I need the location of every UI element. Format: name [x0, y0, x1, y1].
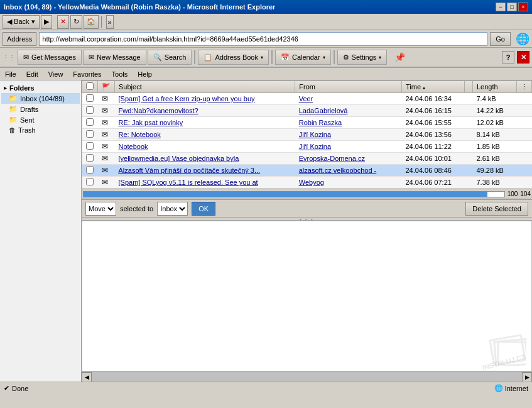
subject-link[interactable]: [Spam] Get a free Kern zip-up when you b…: [119, 95, 255, 102]
row-checkbox[interactable]: [86, 154, 94, 162]
subject-link[interactable]: [Spam] SQLyog v5.11 is released. See you…: [119, 179, 258, 186]
bottom-action-bar: Move selected to Inbox OK Delete Selecte…: [82, 199, 532, 217]
subject-link[interactable]: Fwd:Nab?dkanemovitost?: [119, 107, 198, 114]
col-header-flag[interactable]: 🚩: [98, 81, 115, 93]
from-link[interactable]: Evropska-Domena.cz: [299, 155, 365, 162]
row-options-cell: [517, 177, 532, 189]
address-input[interactable]: [39, 32, 487, 46]
ok-button[interactable]: OK: [192, 202, 215, 216]
sidebar-item-inbox[interactable]: 📁 Inbox (104/89): [1, 93, 80, 104]
email-length: 14.22 kB: [477, 107, 504, 114]
row-checkbox[interactable]: [86, 178, 94, 185]
address-label: Address: [3, 32, 36, 46]
table-row[interactable]: ✉ [Spam] SQLyog v5.11 is released. See y…: [82, 177, 532, 189]
sidebar-item-drafts[interactable]: 📁 Drafts: [1, 104, 80, 114]
sidebar-item-sent[interactable]: 📁 Sent: [1, 114, 80, 125]
table-row[interactable]: ✉ [Spam] Get a free Kern zip-up when you…: [82, 93, 532, 105]
address-book-button[interactable]: 📋 Address Book ▾: [198, 50, 268, 65]
get-messages-button[interactable]: ✉ Get Messages: [18, 50, 82, 65]
col-header-time[interactable]: Time ▴: [402, 81, 465, 93]
row-time-cell: 24.04.06 16:15: [402, 105, 465, 117]
subject-link[interactable]: [yellowmedia.eu] Vase objednavka byla: [119, 155, 239, 162]
home-button[interactable]: 🏠: [84, 15, 99, 29]
row-checkbox[interactable]: [86, 166, 94, 174]
new-message-button[interactable]: ✉ New Message: [83, 50, 146, 65]
maximize-button[interactable]: □: [507, 3, 517, 11]
close-button[interactable]: ✕: [517, 51, 529, 63]
from-link[interactable]: LadaGabrielová: [299, 107, 348, 114]
row-length-cell: 1.85 kB: [473, 141, 517, 153]
back-button[interactable]: ◀ Back ▾: [3, 15, 40, 29]
close-window-button[interactable]: ×: [518, 3, 528, 11]
from-link[interactable]: Webyog: [299, 179, 324, 186]
from-link[interactable]: Robin Raszka: [299, 119, 342, 126]
more-button[interactable]: »: [106, 15, 114, 29]
scroll-track[interactable]: [92, 372, 522, 382]
row-checkbox[interactable]: [86, 94, 94, 102]
col-header-from[interactable]: From: [295, 81, 402, 93]
col-header-subject[interactable]: Subject: [115, 81, 295, 93]
table-row[interactable]: ✉ Re: Notebook Jiří Kozina 24.04.06 13:5…: [82, 129, 532, 141]
progress-number-current: 100: [508, 190, 518, 197]
go-button[interactable]: Go: [490, 32, 511, 46]
row-checkbox[interactable]: [86, 142, 94, 150]
table-row[interactable]: ✉ [yellowmedia.eu] Vase objednavka byla …: [82, 153, 532, 165]
move-select[interactable]: Move: [85, 202, 116, 216]
from-link[interactable]: Jiří Kozina: [299, 143, 331, 150]
minimize-button[interactable]: −: [496, 3, 506, 11]
table-row[interactable]: ✉ Alzasoft Vám přináší do počítače skute…: [82, 165, 532, 177]
email-icon: ✉: [102, 130, 108, 139]
select-all-checkbox[interactable]: [86, 82, 94, 90]
menu-edit[interactable]: Edit: [24, 70, 41, 79]
table-row[interactable]: ✉ RE: Jak psat novinky Robin Raszka 24.0…: [82, 117, 532, 129]
row-time-cell: 24.04.06 07:21: [402, 177, 465, 189]
menu-help[interactable]: Help: [135, 70, 155, 79]
from-link[interactable]: alzasoft.cz velkoobchod -: [299, 167, 377, 174]
from-link[interactable]: Jiří Kozina: [299, 131, 331, 138]
row-spacer: [465, 117, 473, 129]
folders-expand-icon[interactable]: ▸: [4, 85, 7, 91]
sidebar-item-trash[interactable]: 🗑 Trash: [1, 125, 80, 135]
from-link[interactable]: Veer: [299, 95, 313, 102]
subject-link[interactable]: Re: Notebook: [119, 131, 161, 138]
table-row[interactable]: ✉ Fwd:Nab?dkanemovitost? LadaGabrielová …: [82, 105, 532, 117]
search-button[interactable]: 🔍 Search: [148, 50, 192, 65]
subject-link[interactable]: Notebook: [119, 143, 148, 150]
scroll-right-button[interactable]: ▶: [522, 372, 532, 382]
row-subject-cell: [Spam] SQLyog v5.11 is released. See you…: [115, 177, 295, 189]
col-header-options[interactable]: ⋮: [517, 81, 532, 93]
calendar-button[interactable]: 📅 Calendar ▾: [275, 50, 331, 65]
row-checkbox[interactable]: [86, 106, 94, 114]
menu-file[interactable]: File: [3, 70, 19, 79]
help-button[interactable]: ?: [502, 51, 514, 63]
row-flag-cell: ✉: [98, 117, 115, 129]
delete-selected-button[interactable]: Delete Selected: [465, 202, 528, 216]
menu-favorites[interactable]: Favorites: [70, 70, 104, 79]
inbox-select[interactable]: Inbox: [157, 202, 188, 216]
row-checkbox-cell: [82, 117, 98, 129]
status-text: Done: [12, 385, 28, 392]
subject-link[interactable]: RE: Jak psat novinky: [119, 119, 183, 126]
table-row[interactable]: ✉ Notebook Jiří Kozina 24.04.06 11:22 1.…: [82, 141, 532, 153]
menu-tools[interactable]: Tools: [109, 70, 131, 79]
row-options-cell: [517, 93, 532, 105]
col-header-length[interactable]: Length: [473, 81, 517, 93]
forward-button[interactable]: ▶: [41, 15, 52, 29]
stop-button[interactable]: ✕: [57, 15, 69, 29]
row-checkbox[interactable]: [86, 130, 94, 138]
menu-view[interactable]: View: [46, 70, 66, 79]
subject-link[interactable]: Alzasoft Vám přináší do počítače skutečn…: [119, 167, 261, 174]
row-from-cell: Jiří Kozina: [295, 129, 402, 141]
row-from-cell: Evropska-Domena.cz: [295, 153, 402, 165]
row-checkbox[interactable]: [86, 118, 94, 126]
row-subject-cell: Notebook: [115, 141, 295, 153]
email-time: 24.04.06 11:22: [406, 143, 452, 150]
scroll-left-button[interactable]: ◀: [82, 372, 92, 382]
col-header-check[interactable]: [82, 81, 98, 93]
row-time-cell: 24.04.06 16:34: [402, 93, 465, 105]
refresh-button[interactable]: ↻: [70, 15, 82, 29]
row-length-cell: 14.22 kB: [473, 105, 517, 117]
row-flag-cell: ✉: [98, 141, 115, 153]
settings-button[interactable]: ⚙ Settings ▾: [337, 50, 388, 65]
row-time-cell: 24.04.06 11:22: [402, 141, 465, 153]
